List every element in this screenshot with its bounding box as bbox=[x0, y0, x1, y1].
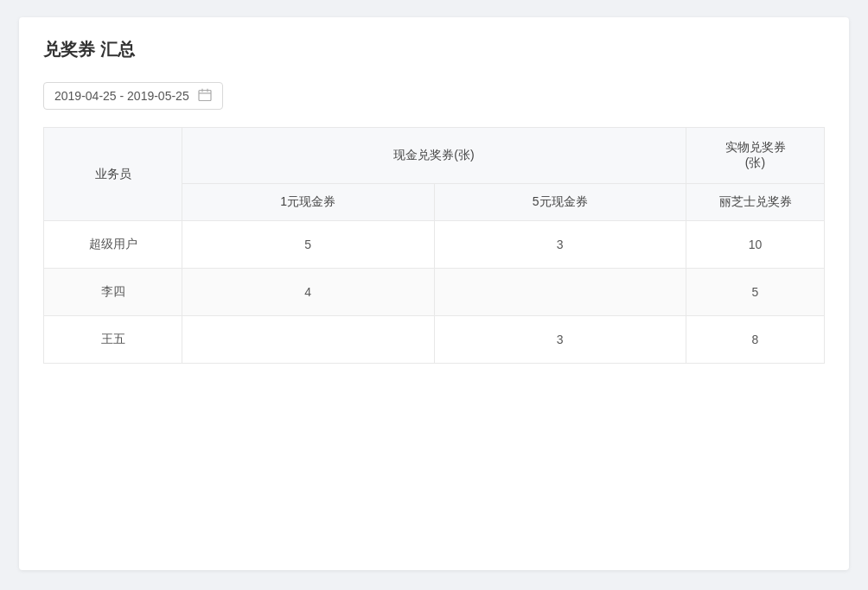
svg-rect-0 bbox=[199, 91, 211, 101]
th-salesperson: 业务员 bbox=[44, 128, 182, 221]
cell-cash-1yuan: 4 bbox=[182, 269, 435, 316]
cell-lizishi: 10 bbox=[686, 221, 825, 269]
table-row: 超级用户5310 bbox=[44, 221, 825, 269]
th-cash-1yuan: 1元现金券 bbox=[182, 184, 435, 221]
cell-cash-5yuan bbox=[434, 269, 686, 316]
cell-cash-1yuan bbox=[182, 316, 435, 364]
cell-cash-5yuan: 3 bbox=[434, 221, 686, 269]
cell-salesperson: 李四 bbox=[44, 269, 182, 316]
cell-cash-5yuan: 3 bbox=[434, 316, 686, 364]
date-range-value: 2019-04-25 - 2019-05-25 bbox=[54, 89, 189, 103]
main-card: 兑奖券 汇总 2019-04-25 - 2019-05-25 业务员 现金兑奖券… bbox=[19, 17, 849, 570]
summary-table: 业务员 现金兑奖券(张) 实物兑奖券 (张) 1元现金券 5元现金券 丽芝士兑奖… bbox=[43, 127, 825, 364]
th-physical-coupons: 实物兑奖券 (张) bbox=[686, 128, 825, 184]
cell-lizishi: 8 bbox=[686, 316, 825, 364]
table-row: 王五38 bbox=[44, 316, 825, 364]
cell-cash-1yuan: 5 bbox=[182, 221, 435, 269]
cell-lizishi: 5 bbox=[686, 269, 825, 316]
calendar-icon bbox=[198, 88, 212, 104]
th-lizishi: 丽芝士兑奖券 bbox=[686, 184, 825, 221]
date-range-wrapper: 2019-04-25 - 2019-05-25 bbox=[43, 82, 825, 110]
th-cash-coupons: 现金兑奖券(张) bbox=[182, 128, 686, 184]
cell-salesperson: 超级用户 bbox=[44, 221, 182, 269]
table-row: 李四45 bbox=[44, 269, 825, 316]
page-title: 兑奖券 汇总 bbox=[43, 38, 825, 61]
date-range-picker[interactable]: 2019-04-25 - 2019-05-25 bbox=[43, 82, 223, 110]
cell-salesperson: 王五 bbox=[44, 316, 182, 364]
th-cash-5yuan: 5元现金券 bbox=[434, 184, 686, 221]
